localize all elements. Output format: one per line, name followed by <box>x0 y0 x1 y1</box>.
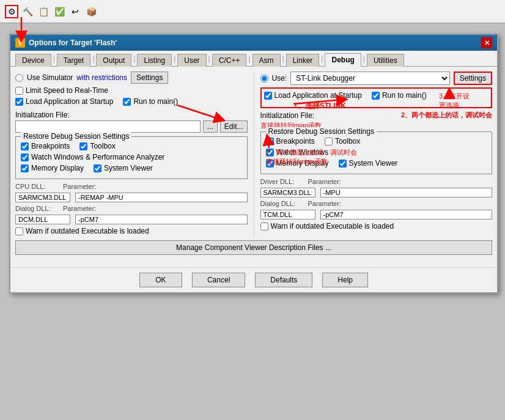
tab-asm[interactable]: Asm <box>253 54 281 67</box>
undo-icon[interactable]: ↩ <box>68 5 82 18</box>
right-panel: Use: ST-Link Debugger Settings Load Appl… <box>260 72 493 238</box>
tab-listing[interactable]: Listing <box>137 54 172 67</box>
cpu-param-header-left: Parameter: <box>63 183 96 190</box>
tab-output[interactable]: Output <box>96 54 131 67</box>
check-icon[interactable]: ✅ <box>53 5 66 18</box>
warn-row-right: Warn if outdated Executable is loaded <box>260 222 493 230</box>
right-load-app-row: Load Application at Startup <box>264 91 362 100</box>
toolbox-row-right: Toolbox <box>325 137 360 146</box>
tab-utilities[interactable]: Utilities <box>367 54 404 67</box>
dialog-param-input-right[interactable] <box>320 210 493 219</box>
right-load-app-label: Load Application at Startup <box>275 91 362 100</box>
cpu-dll-input-left[interactable] <box>15 193 70 202</box>
dialog-title-text: Options for Target 'Flash' <box>29 39 117 47</box>
tab-sep-3: | <box>133 54 136 63</box>
run-main-checkbox[interactable] <box>123 98 131 106</box>
toolbox-checkbox-left[interactable] <box>79 142 87 150</box>
breakpoints-label-right: Breakpoints <box>276 137 315 146</box>
settings-icon[interactable]: ⚙ <box>5 5 18 18</box>
tab-linker[interactable]: Linker <box>286 54 320 67</box>
memory-checkbox-right[interactable] <box>266 160 274 168</box>
tab-sep-6: | <box>248 54 251 63</box>
tab-cpp[interactable]: C/C++ <box>212 54 247 67</box>
left-panel: Use Simulator with restrictions Settings… <box>15 72 248 238</box>
right-settings-button[interactable]: Settings <box>454 72 492 85</box>
dialog-dll-input-left[interactable] <box>15 215 70 224</box>
ok-button[interactable]: OK <box>139 273 182 287</box>
dialog-title: V Options for Target 'Flash' <box>15 38 117 48</box>
init-file-label: Initialization File: <box>15 111 248 119</box>
cpu-param-input-left[interactable] <box>75 193 248 202</box>
toolbox-label-left: Toolbox <box>90 142 115 150</box>
dialog-titlebar: V Options for Target 'Flash' ✕ <box>10 35 497 51</box>
tab-user[interactable]: User <box>177 54 206 67</box>
use-radio[interactable] <box>260 75 268 83</box>
highlighted-load-run: Load Application at Startup Run to main(… <box>260 87 493 108</box>
restore-right-col2: Memory Display System Viewer <box>266 159 487 170</box>
restore-right-col1: Breakpoints Toolbox <box>266 137 487 148</box>
tab-device[interactable]: Device <box>15 54 51 67</box>
cancel-button[interactable]: Cancel <box>192 273 245 287</box>
breakpoints-checkbox-right[interactable] <box>266 138 274 146</box>
browse-button[interactable]: ... <box>203 120 218 133</box>
cpu-dll-input-right[interactable] <box>260 188 315 197</box>
toolbox-checkbox-right[interactable] <box>325 138 333 146</box>
use-row: Use: ST-Link Debugger Settings <box>260 72 493 85</box>
right-run-main-label: Run to main() <box>382 91 427 100</box>
warn-checkbox-right[interactable] <box>260 223 268 230</box>
sysviewer-row-right: System Viewer <box>339 159 398 168</box>
watch-label-right: Watch Windows <box>276 148 329 157</box>
cpu-param-input-right[interactable] <box>320 188 493 197</box>
dialog-param-input-left[interactable] <box>75 215 248 224</box>
right-init-file-label: Initialization File: <box>260 111 315 120</box>
restore-group-content-right: Breakpoints Toolbox Watch Windows <box>266 137 487 170</box>
copy-icon[interactable]: 📋 <box>37 5 50 18</box>
restore-col2: Memory Display System Viewer <box>21 164 242 175</box>
load-app-checkbox[interactable] <box>15 98 23 106</box>
memory-label-left: Memory Display <box>31 164 84 172</box>
right-run-main-checkbox[interactable] <box>372 92 380 100</box>
package-icon[interactable]: 📦 <box>84 5 98 18</box>
init-file-input[interactable] <box>15 120 201 133</box>
dialog-dll-row-right <box>260 210 493 219</box>
watch-checkbox-right[interactable] <box>266 149 274 157</box>
bottom-buttons: OK Cancel Defaults Help <box>10 267 497 292</box>
restrictions-link[interactable]: with restrictions <box>76 73 127 82</box>
limit-speed-checkbox[interactable] <box>15 87 23 95</box>
warn-label-left: Warn if outdated Executable is loaded <box>26 227 149 235</box>
sysviewer-checkbox-left[interactable] <box>94 164 101 172</box>
edit-button[interactable]: Edit... <box>220 120 248 133</box>
defaults-button[interactable]: Defaults <box>255 273 312 287</box>
toolbar: ⚙ 🔨 📋 ✅ ↩ 📦 <box>0 0 505 23</box>
warn-row-left: Warn if outdated Executable is loaded <box>15 227 248 235</box>
debugger-select[interactable]: ST-Link Debugger <box>290 72 449 85</box>
right-load-app-checkbox[interactable] <box>264 92 272 100</box>
dialog-dll-header-right: Dialog DLL: <box>260 200 303 208</box>
manage-button[interactable]: Manage Component Viewer Description File… <box>15 240 492 255</box>
warn-checkbox-left[interactable] <box>15 227 23 235</box>
cpu-dll-row-right <box>260 188 493 197</box>
load-run-row: Load Application at Startup Run to main(… <box>15 97 248 108</box>
memory-label-right: Memory Display <box>276 159 329 168</box>
help-button[interactable]: Help <box>322 273 368 287</box>
tab-sep-5: | <box>208 54 211 63</box>
init-file-row: ... Edit... <box>15 120 248 133</box>
tab-target[interactable]: Target <box>57 54 90 67</box>
build-icon[interactable]: 🔨 <box>21 5 34 18</box>
left-settings-button[interactable]: Settings <box>131 72 168 84</box>
warn-label-right: Warn if outdated Executable is loaded <box>271 222 394 230</box>
dialog-dll-input-right[interactable] <box>260 210 315 219</box>
close-button[interactable]: ✕ <box>481 37 492 48</box>
limit-speed-row: Limit Speed to Real-Time <box>15 86 248 95</box>
watch-row-left: Watch Windows & Performance Analyzer <box>21 153 242 161</box>
simulator-radio[interactable] <box>15 74 23 82</box>
memory-checkbox-left[interactable] <box>21 164 29 172</box>
annotation-step2-line1: 2、两个都选上的话，调试时会 <box>401 111 492 120</box>
tab-debug[interactable]: Debug <box>325 53 361 67</box>
tab-sep-9: | <box>363 54 366 63</box>
watch-row-right: Watch Windows <box>266 148 487 157</box>
watch-checkbox-left[interactable] <box>21 153 29 161</box>
sysviewer-checkbox-right[interactable] <box>339 160 347 168</box>
breakpoints-checkbox-left[interactable] <box>21 142 29 150</box>
toolbox-label-right: Toolbox <box>335 137 360 146</box>
